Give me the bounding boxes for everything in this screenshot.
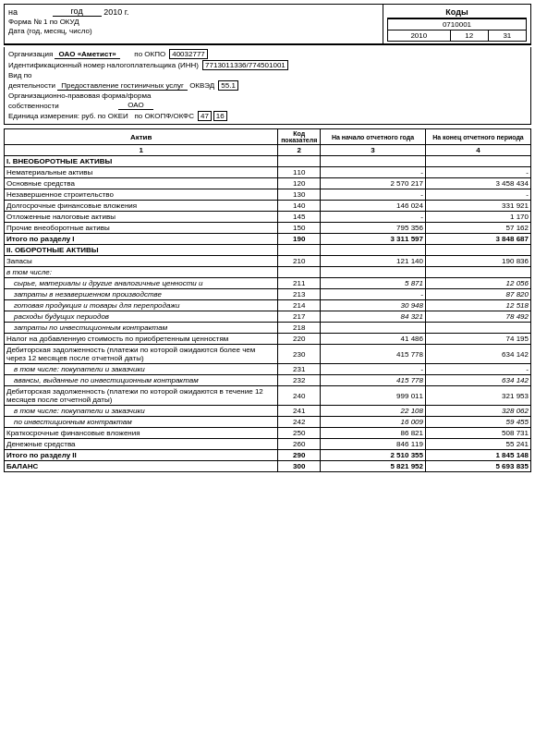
th-kod: Код показателя [278,129,321,145]
sobstv-row: собственности ОАО [8,101,527,110]
table-row: II. ОБОРОТНЫЕ АКТИВЫ [5,245,531,256]
table-row: Денежные средства260846 11955 241 [5,439,531,450]
cell-aktiv: по инвестиционным контрактам [5,417,278,428]
cell-kon: 1 845 148 [425,450,530,461]
okopf-label: по ОКОПФ/ОКФС [134,112,194,120]
god-label: год [53,6,102,17]
table-row: в том числе: покупатели и заказчики24122… [5,406,531,417]
table-row: Итого по разделу I1903 311 5973 848 687 [5,234,531,245]
cell-aktiv: Дебиторская задолженность (платежи по ко… [5,386,278,406]
forma-row: Форма № 1 по ОКУД [8,18,379,26]
okved-code: 55.1 [218,80,238,91]
cell-nach: 415 778 [320,375,425,386]
table-row: Долгосрочные финансовые вложения140146 0… [5,201,531,212]
cell-nach [320,323,425,334]
cell-kod: 214 [278,300,321,311]
table-header-row: Актив Код показателя На начало отчетного… [5,129,531,145]
cell-kon: 57 162 [425,223,530,234]
cell-kon: - [425,364,530,375]
cell-kod: 211 [278,278,321,289]
na-label: на [8,7,18,17]
cell-kod: 218 [278,323,321,334]
table-row: авансы, выданные по инвестиционным контр… [5,375,531,386]
cell-kon: 331 921 [425,201,530,212]
table-row: Нематериальные активы110-- [5,167,531,178]
cell-nach: 86 821 [320,428,425,439]
table-row: Дебиторская задолженность (платежи по ко… [5,345,531,364]
table-row: сырье, материалы и другие аналогичные це… [5,278,531,289]
cell-aktiv: готовая продукция и товары для перепрода… [5,300,278,311]
okpo-code: 40032777 [169,49,208,59]
edinitsa-row: Единица измерения: руб. по ОКЕИ по ОКОПФ… [8,111,527,121]
cell-aktiv: Отложенные налоговые активы [5,212,278,223]
header-left: на год 2010 г. Форма № 1 по ОКУД Дата (г… [5,5,383,43]
cell-kon [425,245,530,256]
cell-nach: 121 140 [320,256,425,267]
cell-aktiv: расходы будущих периодов [5,311,278,323]
cell-kod: 220 [278,334,321,345]
table-row: по инвестиционным контрактам24216 00959 … [5,417,531,428]
cell-aktiv: в том числе: [5,267,278,278]
table-row: БАЛАНС3005 821 9525 693 835 [5,461,531,472]
cell-aktiv: Дебиторская задолженность (платежи по ко… [5,345,278,364]
cell-kod: 210 [278,256,321,267]
cell-aktiv: Нематериальные активы [5,167,278,178]
cell-kon: 78 492 [425,311,530,323]
cell-kod: 110 [278,167,321,178]
vid-label: Вид [8,71,21,79]
cell-kod: 140 [278,201,321,212]
header-right: Коды 0710001 2010 12 31 [383,5,530,43]
cell-kod: 232 [278,375,321,386]
cell-nach: 2 570 217 [320,178,425,189]
cell-nach: - [320,167,425,178]
cell-kod: 230 [278,345,321,364]
cell-kod: 242 [278,417,321,428]
table-row: Краткосрочные финансовые вложения25086 8… [5,428,531,439]
cell-kod: 120 [278,178,321,189]
table-row: в том числе: покупатели и заказчики231-- [5,364,531,375]
cell-nach: - [320,189,425,201]
po-label: по [24,71,32,79]
month-code: 12 [450,30,488,42]
day-code: 31 [488,30,526,42]
cell-kon: 321 953 [425,386,530,406]
th-aktiv: Актив [5,129,278,145]
balance-table: Актив Код показателя На начало отчетного… [4,128,531,472]
cell-kod: 290 [278,450,321,461]
cell-kod: 240 [278,386,321,406]
cell-kon: 190 836 [425,256,530,267]
cell-nach: 41 486 [320,334,425,345]
cell-nach: 22 108 [320,406,425,417]
cell-aktiv: Незавершенное строительство [5,189,278,201]
cell-kon: 634 142 [425,375,530,386]
cell-kod: 300 [278,461,321,472]
data-row: Дата (год, месяц, число) [8,27,379,35]
cell-kon: 74 195 [425,334,530,345]
table-row: в том числе: [5,267,531,278]
vid-row: Вид по [8,71,527,79]
cell-aktiv: затраты в незавершенном производстве [5,289,278,300]
cell-nach: 5 821 952 [320,461,425,472]
cell-kod [278,156,321,167]
cell-nach: 795 356 [320,223,425,234]
edinitsa-label: Единица измерения: руб. по ОКЕИ [8,112,128,120]
cell-nach: 5 871 [320,278,425,289]
orgprav-row: Организационно-правовая форма/форма [8,91,527,100]
forma-label: Форма № 1 по ОКУД [8,18,79,26]
okopf-code: 47 [198,111,212,121]
table-row: готовая продукция и товары для перепрода… [5,300,531,311]
inn-row: Идентификационный номер налогоплательщик… [8,60,527,70]
cell-aktiv: Краткосрочные финансовые вложения [5,428,278,439]
cell-nach: - [320,289,425,300]
codes-title: Коды [387,6,527,18]
cell-kod: 231 [278,364,321,375]
table-row: Дебиторская задолженность (платежи по ко… [5,386,531,406]
po-okpo-label: по ОКПО [134,50,165,58]
cell-nach: 415 778 [320,345,425,364]
cell-aktiv: Долгосрочные финансовые вложения [5,201,278,212]
org-row: Организация ОАО «Аметист» по ОКПО 400327… [8,49,527,59]
cell-kon: 1 170 [425,212,530,223]
cell-kod: 241 [278,406,321,417]
th-num3: 3 [320,145,425,156]
cell-aktiv: Денежные средства [5,439,278,450]
